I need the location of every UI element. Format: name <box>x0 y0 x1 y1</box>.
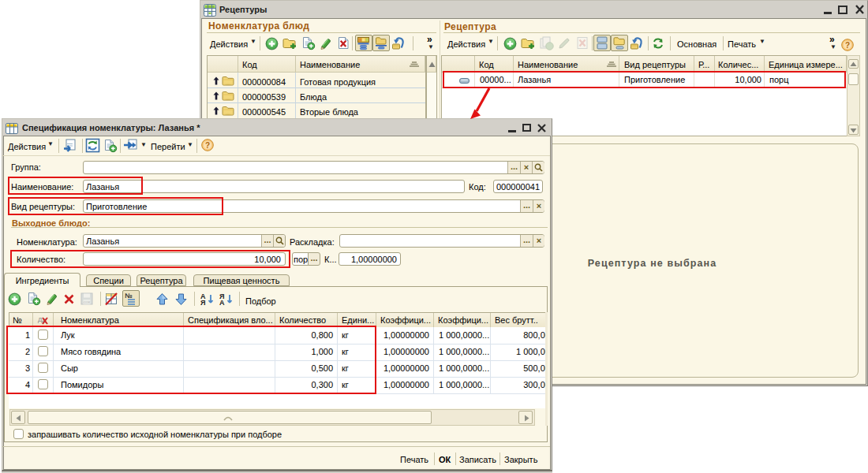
svg-text:№: № <box>125 292 133 300</box>
svg-text:?: ? <box>845 41 850 50</box>
svg-text:?: ? <box>205 141 210 150</box>
svg-text:А: А <box>219 299 225 307</box>
svg-text:СОХ: СОХ <box>84 300 91 304</box>
svg-text:Я: Я <box>200 299 205 307</box>
